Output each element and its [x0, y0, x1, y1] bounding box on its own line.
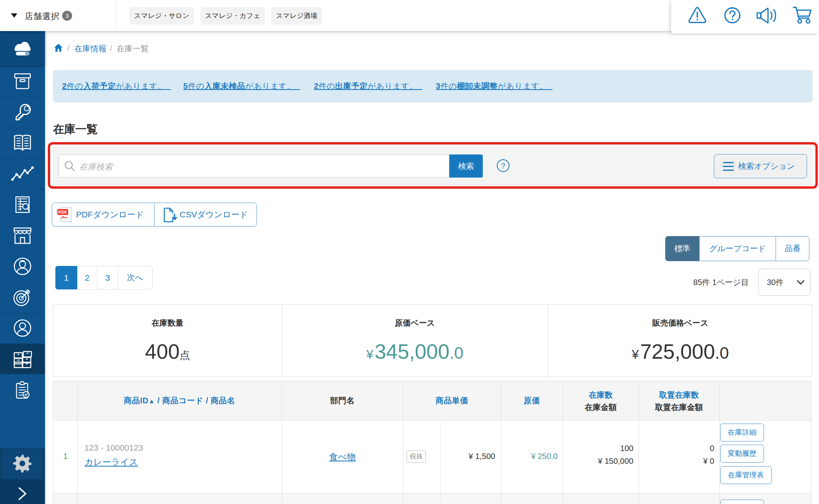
svg-text:PDF: PDF [59, 210, 67, 215]
